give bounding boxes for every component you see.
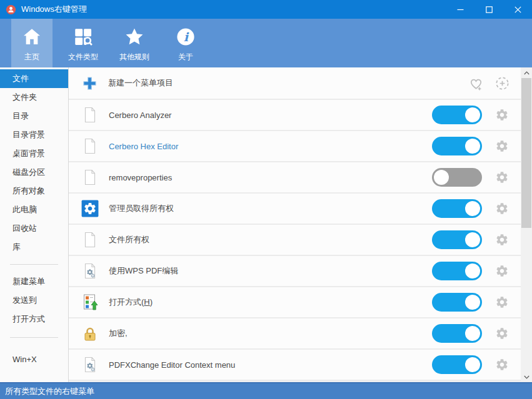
sidebar-item-library[interactable]: 库 [0,238,68,257]
toggle-knob [465,107,480,122]
settings-gear-icon[interactable] [495,233,509,247]
minimize-icon [457,6,464,13]
app-logo-icon [6,4,16,15]
tab-other-rules[interactable]: 其他规则 [114,19,155,67]
new-item-label: 新建一个菜单项目 [108,77,468,89]
tab-label: 文件类型 [68,52,98,62]
settings-gear-icon[interactable] [495,202,509,215]
settings-gear-icon[interactable] [495,358,509,372]
menu-item-label: 文件所有权 [109,234,432,245]
enable-toggle[interactable] [432,355,482,374]
toggle-knob [465,295,480,310]
other-rules-star-icon [124,26,145,47]
enable-toggle[interactable] [432,137,482,155]
enable-toggle[interactable] [432,293,482,312]
document-icon [81,106,99,124]
menu-item-row: removeproperties [69,162,521,194]
enable-toggle[interactable] [432,168,482,187]
sidebar-item-directory-background[interactable]: 目录背景 [0,126,68,144]
document-icon [81,169,99,186]
admin-gear-icon [81,200,99,217]
document-icon [81,231,99,249]
home-icon [21,26,43,47]
chevron-down-icon [524,375,529,379]
sidebar-item-desktop-background[interactable]: 桌面背景 [0,144,68,163]
sidebar-item-directory[interactable]: 目录 [0,107,68,126]
access-key: H [144,297,149,307]
settings-gear-icon[interactable] [495,139,509,153]
toggle-knob [465,232,480,247]
toggle-knob [434,170,449,185]
enable-toggle[interactable] [432,106,482,124]
sidebar-item-file[interactable]: 文件 [0,69,68,88]
settings-gear-icon[interactable] [495,170,509,184]
settings-gear-icon[interactable] [495,327,509,340]
label-part: ) [150,297,153,307]
enable-toggle[interactable] [432,199,482,218]
lock-icon [81,325,99,342]
window-controls [446,0,532,19]
enable-toggle[interactable] [432,262,482,280]
close-button[interactable] [503,0,532,19]
tab-label: 主页 [24,52,39,62]
menu-item-label: Cerbero Hex Editor [109,142,432,151]
maximize-icon [486,6,493,13]
sidebar-item-folder[interactable]: 文件夹 [0,88,68,107]
label-part: 打开方式( [109,297,144,307]
scrollbar[interactable] [521,67,532,382]
menu-item-label: 管理员取得所有权 [109,203,432,214]
favorite-heart-add-icon[interactable] [468,75,484,92]
enable-toggle[interactable] [432,230,482,249]
menu-item-label: 使用WPS PDF编辑 [109,265,432,277]
minimize-button[interactable] [446,0,474,19]
toggle-knob [465,264,480,278]
menu-item-row: 管理员取得所有权 [69,194,521,225]
menu-item-label: PDFXChange Editor Context menu [109,360,432,370]
settings-gear-icon[interactable] [495,264,509,278]
menu-item-row: 加密, [69,318,521,350]
status-bar: 所有类型文件的右键菜单 [0,382,532,399]
sidebar-item-disk-partition[interactable]: 磁盘分区 [0,163,68,182]
sidebar-item-new-menu[interactable]: 新建菜单 [0,272,68,291]
menu-item-label: 打开方式(H) [109,297,432,308]
toggle-knob [465,139,480,154]
sidebar-item-this-pc[interactable]: 此电脑 [0,200,68,219]
sidebar-item-send-to[interactable]: 发送到 [0,291,68,310]
menu-item-list: 新建一个菜单项目 Cerbero Analyzer Cerbero Hex Ed… [69,67,521,382]
scrollbar-thumb[interactable] [521,78,531,228]
menu-item-row: 使用WPS PDF编辑 [69,256,521,287]
tab-about[interactable]: i 关于 [165,19,206,67]
scrollbar-down-button[interactable] [521,372,532,382]
toggle-knob [465,201,480,216]
document-gear-icon [81,356,99,373]
sidebar-item-recycle-bin[interactable]: 回收站 [0,219,68,238]
toggle-knob [465,326,480,341]
settings-gear-icon[interactable] [495,108,509,122]
sidebar-item-win-x[interactable]: Win+X [0,350,68,369]
sidebar: 文件 文件夹 目录 目录背景 桌面背景 磁盘分区 所有对象 此电脑 回收站 库 … [0,67,69,382]
add-plus-icon [81,75,98,92]
document-icon [81,137,99,155]
menu-item-row: 文件所有权 [69,225,521,256]
file-types-icon [73,26,94,47]
tab-label: 其他规则 [119,52,149,62]
settings-gear-icon[interactable] [495,295,509,309]
sidebar-separator [10,264,58,265]
tab-file-types[interactable]: 文件类型 [63,19,104,67]
tab-home[interactable]: 主页 [11,19,53,67]
scrollbar-up-button[interactable] [521,67,532,78]
status-text: 所有类型文件的右键菜单 [5,386,94,397]
window-title: Windows右键管理 [21,4,87,15]
menu-item-row: PDFXChange Editor Context menu [69,350,521,381]
menu-item-row: Cerbero Hex Editor [69,131,521,162]
maximize-button[interactable] [474,0,503,19]
enable-toggle[interactable] [432,324,482,343]
about-info-icon: i [175,26,196,47]
sidebar-item-open-with[interactable]: 打开方式 [0,310,68,328]
capture-add-icon[interactable] [494,75,511,92]
sidebar-item-all-objects[interactable]: 所有对象 [0,182,68,200]
menu-item-label: Cerbero Analyzer [109,111,432,120]
new-menu-item-row[interactable]: 新建一个菜单项目 [69,67,521,100]
menu-item-label: removeproperties [109,173,432,182]
open-with-icon [81,293,99,311]
